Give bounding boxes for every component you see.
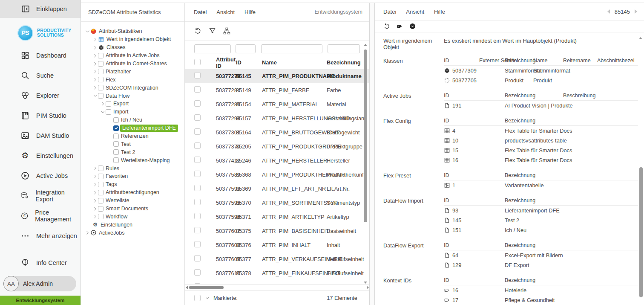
chevron-down-icon[interactable]	[84, 28, 90, 34]
chevron-right-icon[interactable]	[92, 189, 98, 195]
tree-item[interactable]: Workflow	[81, 212, 184, 221]
tree-checkbox[interactable]	[98, 182, 104, 187]
sidebar-item-dashboard[interactable]: Dashboard	[0, 45, 80, 65]
row-checkbox[interactable]	[194, 114, 201, 121]
scroll-left-arrow[interactable]	[186, 286, 188, 289]
row-checkbox[interactable]	[194, 100, 201, 107]
tree-item[interactable]: Platzhalter	[81, 67, 184, 76]
detail-scroll-thumb[interactable]	[639, 167, 643, 297]
chevron-right-icon[interactable]	[92, 206, 98, 212]
section-row[interactable]: 50377705ProduktProdukt	[444, 76, 638, 85]
sidebar-item-einstellungen[interactable]: ⚙Einstellungen	[0, 145, 80, 166]
section-row[interactable]: 16Flex Table für Smarter Docs	[444, 155, 638, 165]
select-all-checkbox[interactable]	[194, 59, 201, 65]
table-row[interactable]: 5037741285246ATTR_PIM_HERSTELLERHerstell…	[185, 154, 369, 168]
tree-checkbox[interactable]	[106, 101, 111, 107]
table-row[interactable]: 5037759585370ATTR_PIM_SORTIMENTSTYPSorti…	[185, 196, 369, 210]
sidebar-item-active-jobs[interactable]: Active Jobs	[0, 166, 80, 186]
chevron-down-icon[interactable]	[92, 93, 98, 99]
sidebar-item-dam-studio[interactable]: DAM Studio	[0, 125, 80, 145]
tree-item[interactable]: Ich / Neu	[81, 116, 184, 124]
table-row[interactable]: 5037761085378ATTR_PIM_EINKAUFSEINHEITEin…	[185, 266, 369, 280]
tree-item[interactable]: Werteliste	[81, 197, 184, 205]
row-checkbox[interactable]	[194, 241, 201, 247]
filter-input-3[interactable]	[261, 44, 322, 53]
sidebar-item-mehr-anzeigen[interactable]: Mehr anzeigen	[0, 226, 80, 246]
chevron-right-icon[interactable]	[100, 101, 106, 107]
tree-checkbox[interactable]	[113, 157, 119, 163]
tree-checkbox[interactable]	[98, 69, 104, 74]
tree-checkbox[interactable]	[98, 53, 104, 58]
row-checkbox[interactable]	[194, 213, 201, 219]
section-row[interactable]: 1Variantentabelle	[444, 180, 638, 190]
tree-item[interactable]: Attributberechtigungen	[81, 189, 184, 197]
chevron-right-icon[interactable]	[92, 61, 98, 67]
sidebar-collapse-button[interactable]: Einklappen	[0, 0, 80, 18]
section-row[interactable]: 191AI Product Vision | Produkte	[444, 101, 638, 110]
chevron-right-icon[interactable]	[92, 44, 98, 50]
tree-item[interactable]: SDZeCOM Integration	[81, 84, 184, 92]
horizontal-scrollbar[interactable]	[185, 284, 369, 290]
menu-ansicht[interactable]: Ansicht	[406, 9, 424, 15]
brand-logo[interactable]: PS PRODUCTIVITY SOLUTIONS	[0, 20, 80, 45]
section-row[interactable]: 50377309StamminformatStamminformat	[444, 66, 638, 76]
tree-item[interactable]: Flex	[81, 76, 184, 84]
table-row[interactable]: 5037760985377ATTR_PIM_VERKAUFSEINHEITVer…	[185, 252, 369, 266]
row-checkbox[interactable]	[194, 255, 201, 261]
tree-checkbox[interactable]	[98, 198, 104, 203]
table-row[interactable]: 5037761385414ATTR_PIM_SONSTIG_BILSonstig…	[185, 280, 369, 285]
sidebar-item-price-management[interactable]: €Price Management	[0, 206, 80, 226]
chevron-right-icon[interactable]	[92, 52, 98, 58]
user-menu[interactable]: AA Alex Admin	[3, 276, 76, 291]
section-row[interactable]: 145Test 2	[444, 215, 638, 225]
sidebar-item-suche[interactable]: Suche	[0, 65, 80, 85]
tree-checkbox[interactable]	[98, 77, 104, 82]
tree-checkbox[interactable]	[98, 61, 104, 67]
chevron-right-icon[interactable]	[92, 181, 98, 187]
tree-item[interactable]: Attribute in Comet-Shares	[81, 60, 184, 68]
chevron-right-icon[interactable]	[92, 77, 98, 83]
row-checkbox[interactable]	[194, 86, 201, 93]
filter-input-1[interactable]	[194, 44, 231, 53]
table-row[interactable]: 5037737085205ATTR_PIM_PRODUKTGRUPPEProdu…	[185, 139, 369, 154]
tree-checkbox[interactable]	[98, 174, 104, 179]
section-row[interactable]: 17Pflege & Gesundheit	[444, 295, 638, 305]
sidebar-item-explorer[interactable]: Explorer	[0, 85, 80, 105]
tree-checkbox[interactable]	[113, 134, 119, 139]
table-row[interactable]: 5037760785375ATTR_PIM_BASISEINHEITBasise…	[185, 224, 369, 238]
chevron-right-icon[interactable]	[92, 85, 98, 91]
footer-checkbox[interactable]	[194, 295, 201, 301]
row-checkbox[interactable]	[194, 128, 201, 135]
circle-caret-icon[interactable]	[409, 23, 416, 30]
menu-datei[interactable]: Datei	[383, 9, 396, 15]
vertical-scroll-thumb[interactable]	[364, 49, 367, 222]
tree-item[interactable]: Tags	[81, 180, 184, 189]
chevron-right-icon[interactable]	[92, 36, 98, 42]
chevron-right-icon[interactable]	[92, 173, 98, 179]
chevron-right-icon[interactable]	[92, 69, 98, 75]
scroll-down-arrow[interactable]	[364, 282, 367, 284]
tree-item[interactable]: Test 2	[81, 148, 184, 156]
tree-item[interactable]: Wert in irgendeinem Objekt	[81, 35, 184, 44]
chevron-right-icon[interactable]	[84, 230, 90, 236]
refresh-icon[interactable]	[194, 27, 202, 35]
menu-ansicht[interactable]: Ansicht	[216, 9, 235, 15]
scroll-up-arrow[interactable]	[364, 44, 367, 46]
section-row[interactable]: 129DF Export	[444, 260, 638, 270]
table-row[interactable]: 5037729385157ATTR_PIM_HERSTELLUNGSLANDHe…	[185, 111, 369, 125]
sidebar-item-pim-studio[interactable]: PIM Studio	[0, 105, 80, 125]
section-row[interactable]: 64Excel-Export mit Bildern	[444, 250, 638, 260]
tree-item[interactable]: Attribut-Statistiken	[81, 27, 184, 35]
tree-item[interactable]: Rules	[81, 164, 184, 172]
tree-checkbox[interactable]	[98, 85, 104, 90]
section-row[interactable]: 4Flex Table für Smarter Docs	[444, 126, 638, 136]
horizontal-scroll-thumb[interactable]	[189, 286, 224, 289]
tree-item[interactable]: Lieferantenimport DFE	[81, 124, 184, 132]
section-row[interactable]: 10productsvsattributes table	[444, 136, 638, 145]
row-checkbox[interactable]	[194, 72, 201, 78]
tag-filled-icon[interactable]	[396, 23, 403, 30]
chevron-down-icon[interactable]	[100, 109, 106, 115]
table-row[interactable]: 5037727985145ATTR_PIM_PRODUKTNAMEProdukt…	[185, 69, 369, 83]
tree-checkbox[interactable]	[98, 190, 104, 195]
row-checkbox[interactable]	[194, 269, 201, 276]
